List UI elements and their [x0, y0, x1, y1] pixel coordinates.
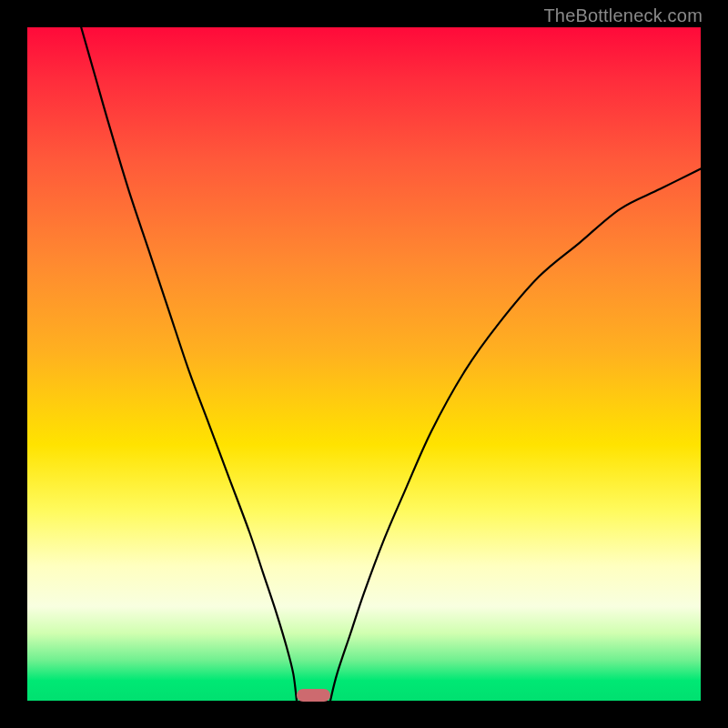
curve-right-branch: [330, 168, 701, 701]
curve-left-branch: [81, 27, 297, 701]
bottleneck-marker: [297, 689, 330, 702]
image-frame: TheBottleneck.com: [0, 0, 728, 728]
plot-area: [27, 27, 701, 701]
curve-svg: [27, 27, 701, 701]
watermark-text: TheBottleneck.com: [543, 5, 703, 26]
